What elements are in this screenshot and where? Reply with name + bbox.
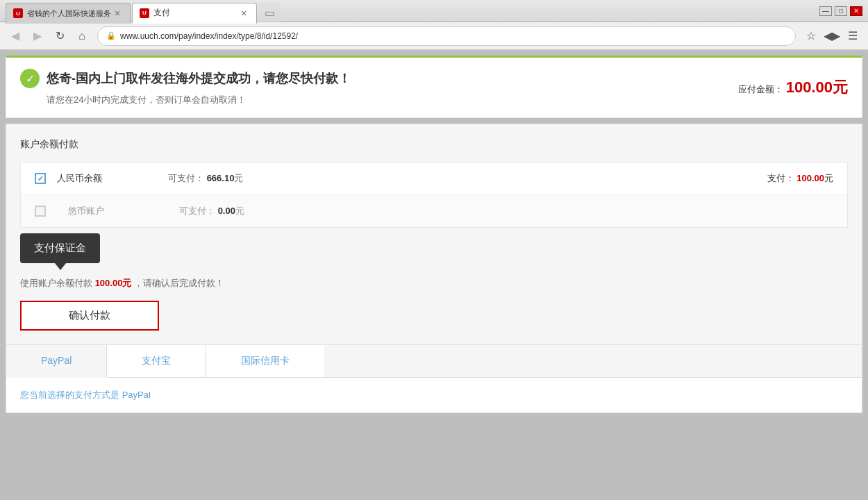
youbi-row: 悠币账户 可支付： 0.00元 <box>21 195 847 227</box>
selected-payment-text: 您当前选择的支付方式是 PayPal <box>20 390 151 400</box>
youbi-avail-currency: 元 <box>235 206 244 216</box>
youbi-checkbox[interactable] <box>35 206 46 217</box>
title-bar: U 省钱的个人国际快递服务 × U 支付 × ▭ — □ ✕ <box>0 0 868 22</box>
page-content: ✓ 悠奇-国内上门取件发往海外提交成功，请您尽快付款！ 请您在24小时内完成支付… <box>0 50 868 500</box>
amount-value: 100.00元 <box>786 78 848 96</box>
rmb-available: 可支付： 666.10元 <box>168 172 243 185</box>
overlay-area: 支付保证金 <box>6 228 862 270</box>
tooltip-box: 支付保证金 <box>20 233 100 263</box>
window-controls: — □ ✕ <box>819 6 862 16</box>
youbi-avail-amount: 0.00 <box>218 206 235 216</box>
credit-tab[interactable]: 国际信用卡 <box>206 345 324 377</box>
success-subtitle: 请您在24小时内完成支付，否则订单会自动取消！ <box>47 94 848 106</box>
tab-1-icon: U <box>13 8 23 18</box>
lock-icon: 🔒 <box>106 31 116 40</box>
rmb-pay-currency: 元 <box>824 173 833 183</box>
action-row: 使用账户余额付款 100.00元 ，请确认后完成付款！ <box>6 270 862 301</box>
maximize-button[interactable]: □ <box>835 6 847 16</box>
rmb-avail-currency: 元 <box>234 173 243 183</box>
back-button[interactable]: ◀ <box>6 26 25 46</box>
paypal-tab-label: PayPal <box>41 355 72 366</box>
account-payment-section: 账户余额付款 ✔ 人民币余额 可支付： 666.10元 <box>6 124 862 413</box>
inner-payment: 账户余额付款 ✔ 人民币余额 可支付： 666.10元 <box>6 124 862 228</box>
tab-1[interactable]: U 省钱的个人国际快递服务 × <box>6 3 131 24</box>
address-text: www.uuch.com/pay/index/index/type/8/id/1… <box>120 31 298 41</box>
youbi-available: 可支付： 0.00元 <box>179 205 244 217</box>
close-button[interactable]: ✕ <box>850 6 862 16</box>
tooltip-title: 支付保证金 <box>34 242 86 253</box>
tab-2-close[interactable]: × <box>238 8 249 19</box>
balance-rows: ✔ 人民币余额 可支付： 666.10元 支付： 100.00元 <box>20 162 848 228</box>
rmb-pay-amount: 支付： 100.00元 <box>767 172 833 185</box>
nav-bar: ◀ ▶ ↻ ⌂ 🔒 www.uuch.com/pay/index/index/t… <box>0 22 868 50</box>
tab-2[interactable]: U 支付 × <box>132 3 257 24</box>
youbi-label: 悠币账户 <box>68 205 137 217</box>
rmb-pay-label: 支付： <box>767 173 794 183</box>
rmb-row: ✔ 人民币余额 可支付： 666.10元 支付： 100.00元 <box>21 162 847 195</box>
success-icon: ✓ <box>20 69 40 88</box>
payment-tabs-section: PayPal 支付宝 国际信用卡 您当前选择的支付方式是 PayPal <box>6 344 862 412</box>
tooltip-arrow <box>55 263 66 270</box>
confirm-amount-value: 100.00 <box>95 278 123 288</box>
selected-method: PayPal <box>122 390 151 400</box>
section-title: 账户余额付款 <box>20 138 848 151</box>
tab-1-close[interactable]: × <box>112 8 123 19</box>
amount-label-text: 应付金额： <box>738 84 783 94</box>
rmb-checkbox-wrapper[interactable]: ✔ <box>35 173 46 184</box>
amount-label: 应付金额： 100.00元 <box>738 77 848 98</box>
tab-1-title: 省钱的个人国际快递服务 <box>27 8 111 19</box>
alipay-tab[interactable]: 支付宝 <box>107 345 206 377</box>
browser-window: U 省钱的个人国际快递服务 × U 支付 × ▭ — □ ✕ ◀ ▶ ↻ ⌂ 🔒… <box>0 0 868 500</box>
new-tab-area[interactable]: ▭ <box>258 3 281 24</box>
success-banner: ✓ 悠奇-国内上门取件发往海外提交成功，请您尽快付款！ 请您在24小时内完成支付… <box>6 56 862 118</box>
amount-number: 100.00 <box>786 78 833 96</box>
confirm-button-area: 确认付款 <box>6 301 862 344</box>
refresh-button[interactable]: ↻ <box>50 26 69 46</box>
payment-tabs-row: PayPal 支付宝 国际信用卡 <box>6 345 862 378</box>
rmb-label: 人民币余额 <box>57 172 126 185</box>
tab-2-title: 支付 <box>153 7 170 19</box>
confirm-suffix: ，请确认后完成付款！ <box>134 278 224 288</box>
home-button[interactable]: ⌂ <box>72 26 92 46</box>
alipay-tab-label: 支付宝 <box>142 355 171 366</box>
success-title-text: 悠奇-国内上门取件发往海外提交成功，请您尽快付款！ <box>47 70 351 87</box>
paypal-tab[interactable]: PayPal <box>6 345 107 378</box>
confirm-prefix: 使用账户余额付款 <box>20 278 92 288</box>
bookmark-button[interactable]: ☆ <box>801 26 821 46</box>
menu-button[interactable]: ☰ <box>843 26 862 46</box>
nav-right-buttons: ☆ ◀▶ ☰ <box>801 26 862 46</box>
success-title-row: ✓ 悠奇-国内上门取件发往海外提交成功，请您尽快付款！ <box>20 69 848 88</box>
rmb-pay-value: 100.00 <box>796 173 824 183</box>
forward-button[interactable]: ▶ <box>28 26 47 46</box>
rmb-check-icon: ✔ <box>37 174 44 183</box>
rmb-checkbox[interactable]: ✔ <box>35 173 46 184</box>
confirm-amount-currency: 元 <box>122 278 131 288</box>
selected-prefix: 您当前选择的支付方式是 <box>20 390 119 400</box>
tooltip-area: 支付保证金 <box>20 233 100 270</box>
confirm-payment-button[interactable]: 确认付款 <box>20 301 159 331</box>
history-button[interactable]: ◀▶ <box>822 26 842 46</box>
address-bar[interactable]: 🔒 www.uuch.com/pay/index/index/type/8/id… <box>97 26 796 46</box>
confirm-text: 使用账户余额付款 100.00元 ，请确认后完成付款！ <box>20 277 224 290</box>
tab-2-icon: U <box>140 8 149 18</box>
youbi-avail-label: 可支付： <box>179 206 215 216</box>
minimize-button[interactable]: — <box>819 6 832 16</box>
selected-payment-area: 您当前选择的支付方式是 PayPal <box>6 378 862 412</box>
rmb-avail-label: 可支付： <box>168 173 204 183</box>
credit-tab-label: 国际信用卡 <box>241 355 290 366</box>
rmb-avail-amount: 666.10 <box>207 173 235 183</box>
confirm-amount: 100.00元 <box>95 278 134 288</box>
amount-currency: 元 <box>833 78 848 96</box>
youbi-checkbox-wrapper[interactable] <box>35 206 46 217</box>
